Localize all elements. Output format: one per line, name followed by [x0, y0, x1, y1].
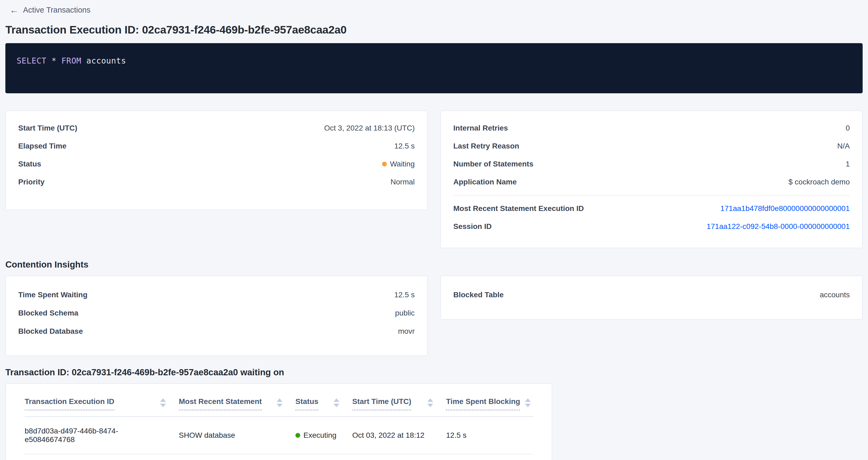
blocked-database-label: Blocked Database — [18, 327, 83, 336]
internal-retries-label: Internal Retries — [453, 124, 508, 132]
sort-icon[interactable] — [427, 398, 433, 407]
overview-card-right: Internal Retries 0 Last Retry Reason N/A… — [440, 111, 863, 248]
status-executing-text: Executing — [304, 431, 336, 440]
page: ← Active Transactions Transaction Execut… — [0, 0, 868, 460]
priority-label: Priority — [18, 178, 44, 186]
status-badge: Waiting — [382, 160, 415, 168]
contention-card-left: Time Spent Waiting 12.5 s Blocked Schema… — [5, 276, 428, 356]
number-of-statements-label: Number of Statements — [453, 160, 533, 168]
start-time-label: Start Time (UTC) — [18, 124, 77, 132]
row-blocked-database: Blocked Database movr — [18, 322, 415, 340]
start-time-value: Oct 3, 2022 at 18:13 (UTC) — [324, 124, 415, 132]
card-divider — [453, 195, 850, 196]
internal-retries-value: 0 — [845, 124, 850, 132]
application-name-label: Application Name — [453, 178, 517, 186]
contention-insights-heading: Contention Insights — [5, 259, 863, 270]
time-spent-waiting-label: Time Spent Waiting — [18, 290, 87, 299]
status-waiting-text: Waiting — [390, 160, 415, 168]
row-internal-retries: Internal Retries 0 — [453, 119, 850, 137]
number-of-statements-value: 1 — [845, 160, 850, 168]
column-header-time-spent-blocking[interactable]: Time Spent Blocking — [446, 397, 533, 410]
row-session-id: Session ID 171aa122-c092-54b8-0000-00000… — [453, 217, 850, 235]
row-blocked-table: Blocked Table accounts — [453, 286, 850, 304]
sql-star: * — [52, 56, 57, 65]
column-label: Most Recent Statement — [179, 397, 262, 410]
row-status: Status Waiting — [18, 155, 415, 173]
elapsed-time-value: 12.5 s — [394, 142, 415, 150]
blocked-table-label: Blocked Table — [453, 290, 504, 299]
elapsed-time-label: Elapsed Time — [18, 142, 66, 150]
status-waiting-dot-icon — [382, 162, 387, 166]
last-retry-reason-value: N/A — [837, 142, 850, 150]
status-label: Status — [18, 160, 41, 168]
sort-icon[interactable] — [160, 398, 166, 407]
blocked-database-value: movr — [398, 327, 415, 336]
row-elapsed-time: Elapsed Time 12.5 s — [18, 137, 415, 155]
cell-start-time: Oct 03, 2022 at 18:12 — [352, 431, 446, 440]
column-label: Transaction Execution ID — [25, 397, 115, 410]
time-spent-waiting-value: 12.5 s — [394, 290, 415, 299]
blocked-table-value: accounts — [820, 290, 850, 299]
application-name-value: $ cockroach demo — [788, 178, 850, 186]
session-id-link[interactable]: 171aa122-c092-54b8-0000-000000000001 — [707, 222, 850, 231]
overview-card-left: Start Time (UTC) Oct 3, 2022 at 18:13 (U… — [5, 111, 428, 210]
last-retry-reason-label: Last Retry Reason — [453, 142, 519, 150]
blocked-schema-value: public — [395, 309, 415, 317]
waiting-on-table: Transaction Execution ID Most Recent Sta… — [5, 384, 552, 460]
column-label: Start Time (UTC) — [352, 397, 411, 410]
statement-execution-id-label: Most Recent Statement Execution ID — [453, 204, 584, 213]
sql-statement-box: SELECT * FROM accounts — [5, 43, 863, 93]
column-header-transaction-execution-id[interactable]: Transaction Execution ID — [25, 397, 179, 410]
back-link-active-transactions[interactable]: ← Active Transactions — [10, 5, 90, 14]
session-id-label: Session ID — [453, 222, 492, 231]
sql-table-name: accounts — [86, 56, 126, 65]
status-executing-dot-icon — [296, 433, 300, 438]
column-header-status[interactable]: Status — [296, 397, 352, 410]
row-number-of-statements: Number of Statements 1 — [453, 155, 850, 173]
sort-icon[interactable] — [525, 398, 531, 407]
row-priority: Priority Normal — [18, 173, 415, 191]
row-application-name: Application Name $ cockroach demo — [453, 173, 850, 191]
column-header-start-time[interactable]: Start Time (UTC) — [352, 397, 446, 410]
row-statement-execution-id: Most Recent Statement Execution ID 171aa… — [453, 200, 850, 217]
column-label: Status — [296, 397, 318, 410]
sql-keyword-from: FROM — [61, 56, 81, 65]
column-label: Time Spent Blocking — [446, 397, 520, 410]
table-row: b8d7d03a-d497-446b-8474-e50846674768 SHO… — [25, 417, 533, 454]
sort-icon[interactable] — [277, 398, 283, 407]
cell-time-spent-blocking: 12.5 s — [446, 431, 533, 440]
cell-transaction-execution-id: b8d7d03a-d497-446b-8474-e50846674768 — [25, 427, 179, 444]
row-start-time: Start Time (UTC) Oct 3, 2022 at 18:13 (U… — [18, 119, 415, 137]
priority-value: Normal — [391, 178, 415, 186]
table-header-row: Transaction Execution ID Most Recent Sta… — [25, 384, 533, 417]
back-link-label: Active Transactions — [23, 6, 90, 14]
sort-icon[interactable] — [334, 398, 339, 407]
cell-status: Executing — [296, 431, 352, 440]
blocked-schema-label: Blocked Schema — [18, 309, 78, 317]
contention-card-right: Blocked Table accounts — [440, 276, 863, 319]
cell-most-recent-statement: SHOW database — [179, 431, 296, 440]
page-title: Transaction Execution ID: 02ca7931-f246-… — [5, 24, 863, 36]
sql-keyword-select: SELECT — [17, 56, 46, 65]
statement-execution-id-link[interactable]: 171aa1b478fdf0e80000000000000001 — [720, 204, 850, 213]
waiting-on-heading: Transaction ID: 02ca7931-f246-469b-b2fe-… — [5, 367, 863, 377]
back-arrow-icon: ← — [10, 5, 19, 14]
row-last-retry-reason: Last Retry Reason N/A — [453, 137, 850, 155]
row-time-spent-waiting: Time Spent Waiting 12.5 s — [18, 286, 415, 304]
row-blocked-schema: Blocked Schema public — [18, 304, 415, 322]
column-header-most-recent-statement[interactable]: Most Recent Statement — [179, 397, 296, 410]
